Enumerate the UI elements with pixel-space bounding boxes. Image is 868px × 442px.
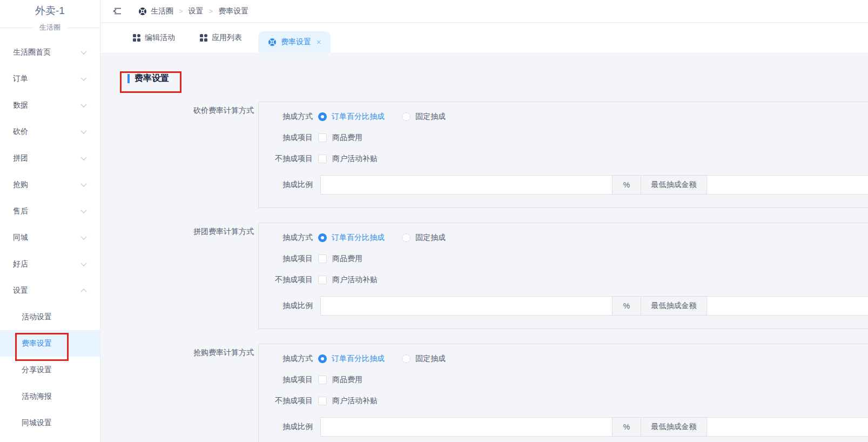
- sidebar-item[interactable]: 分享设置: [0, 357, 100, 383]
- goods-fee-checkbox[interactable]: [318, 133, 327, 142]
- sidebar-item-label: 好店: [13, 259, 28, 268]
- field-label: 抽成方式: [259, 354, 313, 364]
- sidebar-item[interactable]: 抢购: [0, 171, 100, 198]
- tab-label: 编辑活动: [145, 33, 175, 43]
- checkbox-label[interactable]: 商户活动补贴: [332, 154, 378, 164]
- sidebar-item-label: 数据: [13, 101, 28, 109]
- fee-panel: 抽成方式 订单百分比抽成 固定抽成 抽成项目 商品费用 不抽成项目: [258, 102, 868, 208]
- content-area: 费率设置 砍价费率计算方式 抽成方式 订单百分比抽成 固定抽成 抽成项目: [100, 52, 868, 442]
- radio-label-percent[interactable]: 订单百分比抽成: [332, 112, 385, 122]
- radio-label-percent[interactable]: 订单百分比抽成: [332, 233, 385, 243]
- goods-fee-checkbox[interactable]: [318, 376, 327, 384]
- radio-label-fixed[interactable]: 固定抽成: [415, 354, 446, 364]
- section-label: 砍价费率计算方式: [100, 102, 254, 208]
- chevron-down-icon: [80, 207, 86, 213]
- page-title: 费率设置: [134, 73, 169, 84]
- fee-section: 拼团费率计算方式 抽成方式 订单百分比抽成 固定抽成 抽成项目 商品费用: [100, 223, 868, 329]
- merchant-subsidy-checkbox[interactable]: [318, 397, 327, 405]
- sidebar-item[interactable]: 好店: [0, 251, 100, 277]
- divider-line: [0, 28, 33, 28]
- sidebar-item[interactable]: 活动设置: [0, 304, 100, 330]
- radio-percent-selected[interactable]: [318, 354, 327, 363]
- field-label: 抽成项目: [259, 133, 313, 143]
- ratio-input[interactable]: [320, 296, 612, 316]
- exclude-row: 不抽成项目 商户活动补贴: [259, 396, 868, 406]
- radio-fixed-unselected[interactable]: [402, 112, 411, 121]
- checkbox-label[interactable]: 商户活动补贴: [332, 275, 378, 285]
- sidebar-item[interactable]: 同城: [0, 224, 100, 251]
- sidebar-item[interactable]: 订单: [0, 65, 100, 92]
- radio-percent-selected[interactable]: [318, 233, 327, 242]
- ratio-input[interactable]: [320, 417, 612, 437]
- tab-edit-activity[interactable]: 编辑活动: [124, 23, 184, 52]
- min-amount-input[interactable]: [707, 296, 868, 316]
- radio-label-fixed[interactable]: 固定抽成: [415, 233, 446, 243]
- method-row: 抽成方式 订单百分比抽成 固定抽成: [259, 233, 868, 243]
- sidebar-item-label: 拼团: [13, 153, 28, 162]
- radio-label-fixed[interactable]: 固定抽成: [415, 112, 446, 122]
- radio-percent-selected[interactable]: [318, 112, 327, 121]
- checkbox-label[interactable]: 商户活动补贴: [332, 396, 378, 406]
- sidebar-item-label: 同城: [13, 233, 28, 242]
- field-label: 不抽成项目: [259, 154, 313, 164]
- min-amount-input[interactable]: [707, 175, 868, 195]
- field-label: 不抽成项目: [259, 396, 313, 406]
- breadcrumb-item-settings[interactable]: 设置: [189, 6, 204, 16]
- goods-fee-checkbox[interactable]: [318, 255, 327, 263]
- breadcrumb-bar: 生活圈 > 设置 > 费率设置: [100, 0, 868, 23]
- tab-label: 费率设置: [281, 37, 311, 47]
- exclude-row: 不抽成项目 商户活动补贴: [259, 154, 868, 164]
- checkbox-label[interactable]: 商品费用: [332, 375, 362, 385]
- checkbox-label[interactable]: 商品费用: [332, 254, 362, 264]
- sidebar-item[interactable]: 活动海报: [0, 383, 100, 410]
- sidebar-item-label: 同城设置: [22, 418, 52, 427]
- sidebar-menu: 生活圈首页订单数据砍价拼团抢购售后同城好店设置活动设置费率设置分享设置活动海报同…: [0, 39, 100, 436]
- tab-fee-settings[interactable]: 费率设置 ×: [258, 31, 331, 52]
- tab-app-list[interactable]: 应用列表: [191, 23, 251, 52]
- chevron-down-icon: [80, 128, 86, 133]
- sidebar-item[interactable]: 同城设置: [0, 410, 100, 436]
- app-title: 外卖-1: [0, 4, 100, 18]
- sidebar-item[interactable]: 生活圈首页: [0, 39, 100, 65]
- breadcrumb: 生活圈 > 设置 > 费率设置: [138, 6, 248, 16]
- sidebar-item-label: 生活圈首页: [13, 48, 51, 56]
- sidebar-item-label: 砍价: [13, 127, 28, 136]
- radio-fixed-unselected[interactable]: [402, 354, 411, 363]
- ratio-input-group: % 最低抽成金额: [320, 175, 868, 195]
- sidebar-item[interactable]: 数据: [0, 92, 100, 118]
- exclude-row: 不抽成项目 商户活动补贴: [259, 275, 868, 285]
- grid-icon: [133, 34, 140, 42]
- radio-fixed-unselected[interactable]: [402, 233, 411, 242]
- breadcrumb-item-home[interactable]: 生活圈: [138, 6, 173, 16]
- min-amount-addon-label: 最低抽成金额: [641, 175, 707, 195]
- min-amount-input[interactable]: [707, 417, 868, 437]
- life-ring-icon: [138, 7, 147, 16]
- radio-label-percent[interactable]: 订单百分比抽成: [332, 354, 385, 364]
- field-label: 不抽成项目: [259, 275, 313, 285]
- page-title-block: 费率设置: [127, 71, 868, 85]
- ratio-input[interactable]: [320, 175, 612, 195]
- method-row: 抽成方式 订单百分比抽成 固定抽成: [259, 112, 868, 122]
- field-label: 抽成方式: [259, 112, 313, 122]
- sidebar: 外卖-1 生活圈 生活圈首页订单数据砍价拼团抢购售后同城好店设置活动设置费率设置…: [0, 0, 100, 442]
- ratio-input-group: % 最低抽成金额: [320, 417, 868, 437]
- sidebar-item-label: 活动海报: [22, 392, 52, 400]
- sidebar-item[interactable]: 售后: [0, 198, 100, 224]
- sidebar-item[interactable]: 设置: [0, 277, 100, 304]
- min-amount-addon-label: 最低抽成金额: [641, 417, 707, 437]
- sidebar-item[interactable]: 砍价: [0, 118, 100, 145]
- checkbox-label[interactable]: 商品费用: [332, 133, 362, 143]
- merchant-subsidy-checkbox[interactable]: [318, 155, 327, 163]
- menu-fold-icon[interactable]: [112, 7, 122, 15]
- tab-bar: 编辑活动 应用列表: [100, 23, 868, 52]
- section-label: 拼团费率计算方式: [100, 223, 254, 329]
- percent-addon: %: [612, 296, 641, 316]
- close-icon[interactable]: ×: [317, 38, 321, 46]
- sidebar-item[interactable]: 费率设置: [0, 330, 100, 357]
- fee-sections: 砍价费率计算方式 抽成方式 订单百分比抽成 固定抽成 抽成项目 商品费用: [100, 102, 868, 442]
- breadcrumb-item-label: 设置: [189, 6, 204, 16]
- ratio-row: 抽成比例 % 最低抽成金额: [259, 296, 868, 316]
- merchant-subsidy-checkbox[interactable]: [318, 276, 327, 284]
- sidebar-item-label: 分享设置: [22, 365, 52, 374]
- sidebar-item[interactable]: 拼团: [0, 145, 100, 171]
